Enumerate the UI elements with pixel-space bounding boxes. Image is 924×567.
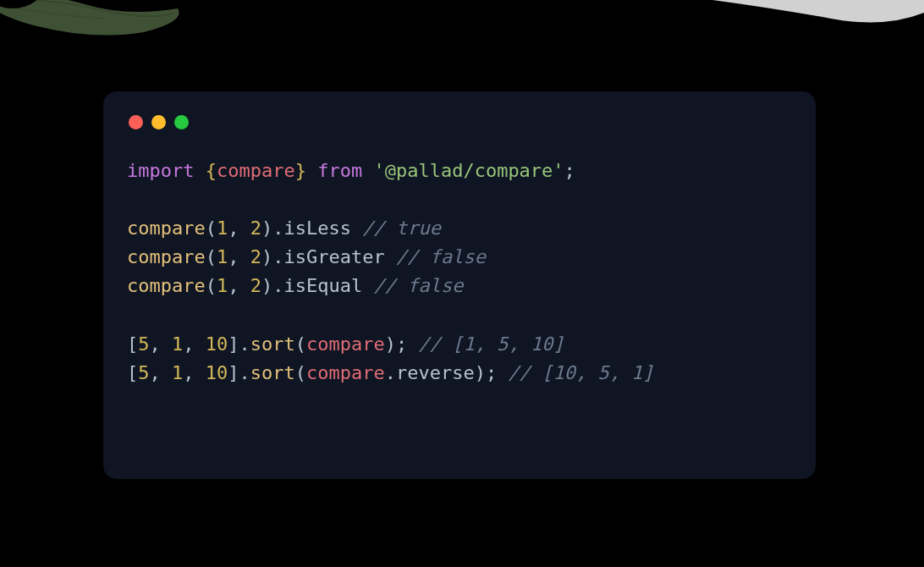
token-punct: , [183,333,206,355]
token-punct: ). [261,217,284,239]
token-punct: ( [206,217,217,239]
token-punct: ( [295,333,306,355]
token-punct: , [228,246,250,267]
token-property: isLess [283,217,362,239]
token-comment: // [10, 5, 1] [508,362,653,383]
token-number: 1 [172,362,183,383]
token-brace: } [295,160,306,181]
token-call: compare [127,217,206,239]
token-property: isGreater [283,246,395,267]
token-call: sort [250,333,295,355]
token-string: '@pallad/compare' [373,160,564,181]
token-call: compare [127,275,206,296]
token-number: 2 [250,246,261,267]
token-identifier: compare [306,333,385,355]
token-comment: // [1, 5, 10] [418,333,564,355]
token-number: 1 [217,275,228,296]
token-punct: . [385,362,396,383]
window-controls [129,115,792,129]
token-punct: ]. [228,333,250,355]
token-punct: ( [295,362,306,383]
token-brace: { [194,160,217,181]
token-punct: ]. [228,362,250,383]
token-call: sort [250,362,295,383]
token-number: 1 [217,246,228,267]
token-number: 5 [138,333,149,355]
token-punct: , [150,362,173,383]
token-punct: ); [385,333,419,355]
token-number: 1 [217,217,228,239]
leaf-decoration [0,0,212,51]
token-number: 2 [250,217,261,239]
token-call: compare [127,246,206,267]
close-button[interactable] [129,115,143,129]
token-number: 1 [172,333,183,355]
token-punct: ); [475,362,509,383]
code-content: import {compare} from '@pallad/compare';… [127,157,792,388]
token-punct: , [183,362,206,383]
token-comment: // true [362,217,441,239]
token-bracket: [ [127,333,138,355]
token-punct: , [228,217,250,239]
token-comment: // false [373,275,463,296]
token-punct: ; [564,160,575,181]
token-punct: ). [261,275,284,296]
code-window: import {compare} from '@pallad/compare';… [103,91,816,479]
token-punct: ( [206,275,217,296]
curve-decoration [712,0,924,59]
maximize-button[interactable] [174,115,189,129]
token-identifier: compare [217,160,295,181]
token-number: 5 [138,362,149,383]
token-property: reverse [396,362,475,383]
minimize-button[interactable] [151,115,166,129]
token-keyword: from [306,160,373,181]
token-number: 10 [206,362,228,383]
token-number: 10 [206,333,228,355]
token-punct: , [228,275,250,296]
token-punct: ( [206,246,217,267]
token-identifier: compare [306,362,385,383]
token-number: 2 [250,275,261,296]
token-keyword: import [127,160,194,181]
token-punct: , [150,333,173,355]
token-property: isEqual [283,275,373,296]
token-punct: ). [261,246,284,267]
token-bracket: [ [127,362,138,383]
token-comment: // false [396,246,486,267]
